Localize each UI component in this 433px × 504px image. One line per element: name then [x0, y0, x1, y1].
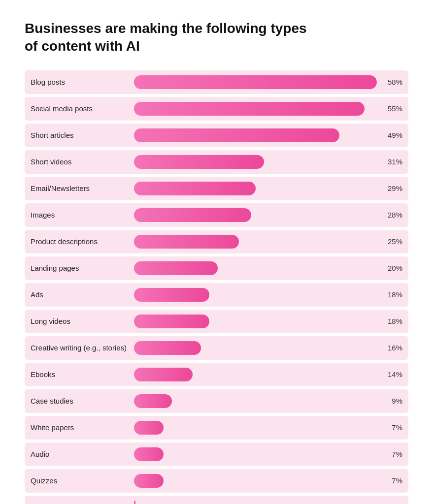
chart-row: Short articles49% — [25, 124, 408, 147]
bar-fill — [134, 368, 193, 381]
bar-label: Short videos — [31, 158, 134, 166]
chart-row: Long videos18% — [25, 310, 408, 333]
bar-label: Ads — [31, 290, 134, 299]
bar-value: 14% — [383, 370, 402, 378]
chart-row: Ebooks14% — [25, 363, 408, 386]
chart-row: Short videos31% — [25, 150, 408, 174]
bar-track — [134, 208, 377, 222]
bar-value: 31% — [383, 158, 402, 166]
bar-track — [134, 235, 377, 249]
bar-value: 7% — [383, 423, 402, 432]
bar-label: Email/Newsletters — [31, 184, 134, 192]
chart-row: Ads18% — [25, 283, 408, 307]
bar-label: Images — [31, 211, 134, 219]
bar-fill — [134, 155, 264, 169]
bar-value: 9% — [383, 397, 402, 405]
bar-track — [134, 182, 377, 195]
chart-title: Businesses are making the following type… — [25, 20, 320, 56]
bar-track — [134, 501, 377, 504]
bar-fill — [134, 128, 339, 142]
bar-fill — [134, 288, 209, 302]
bar-value: 25% — [383, 237, 402, 246]
chart-row: Social media posts55% — [25, 97, 408, 121]
bar-label: Case studies — [31, 397, 134, 405]
bar-value: 16% — [383, 344, 402, 352]
chart-row: Images28% — [25, 203, 408, 227]
bar-label: Short articles — [31, 131, 134, 139]
bar-track — [134, 474, 377, 488]
bar-label: Blog posts — [31, 78, 134, 86]
bar-value: 49% — [383, 131, 402, 139]
bar-track — [134, 315, 377, 328]
bar-label: Quizzes — [31, 476, 134, 485]
bar-track — [134, 394, 377, 408]
bar-track — [134, 341, 377, 355]
bar-label: Product descriptions — [31, 237, 134, 246]
bar-track — [134, 75, 377, 89]
bar-value: 29% — [383, 184, 402, 192]
bar-value: 28% — [383, 211, 402, 219]
bar-fill — [134, 182, 256, 195]
bar-track — [134, 421, 377, 435]
chart-row: Creative writing (e.g., stories)16% — [25, 336, 408, 360]
bar-fill — [134, 208, 251, 222]
bar-track — [134, 368, 377, 381]
bar-label: Audio — [31, 450, 134, 458]
bar-fill — [134, 75, 377, 89]
chart-row: Case studies9% — [25, 389, 408, 413]
bar-track — [134, 102, 377, 116]
bar-track — [134, 128, 377, 142]
bar-fill — [134, 102, 365, 116]
bar-value: 7% — [383, 476, 402, 485]
bar-value: 20% — [383, 264, 402, 272]
bar-fill — [134, 315, 209, 328]
chart-row: Product descriptions25% — [25, 230, 408, 253]
bar-fill — [134, 394, 172, 408]
bar-label: Ebooks — [31, 370, 134, 378]
chart-row: Other1% — [25, 496, 408, 504]
bar-chart: Blog posts58%Social media posts55%Short … — [25, 70, 408, 504]
bar-track — [134, 288, 377, 302]
bar-value: 18% — [383, 290, 402, 299]
bar-fill — [134, 235, 239, 249]
chart-row: Blog posts58% — [25, 70, 408, 94]
bar-fill — [134, 261, 218, 275]
chart-row: Landing pages20% — [25, 256, 408, 280]
bar-value: 7% — [383, 450, 402, 458]
bar-value: 55% — [383, 104, 402, 113]
bar-fill — [134, 474, 164, 488]
bar-label: Long videos — [31, 317, 134, 325]
chart-row: Email/Newsletters29% — [25, 177, 408, 200]
bar-fill — [134, 421, 164, 435]
bar-label: Social media posts — [31, 104, 134, 113]
bar-label: Creative writing (e.g., stories) — [31, 344, 134, 352]
bar-value: 58% — [383, 78, 402, 86]
chart-row: Audio7% — [25, 442, 408, 466]
chart-row: Quizzes7% — [25, 469, 408, 493]
bar-fill — [134, 341, 201, 355]
bar-value: 18% — [383, 317, 402, 325]
chart-row: White papers7% — [25, 416, 408, 440]
bar-label: Landing pages — [31, 264, 134, 272]
bar-track — [134, 261, 377, 275]
bar-fill — [134, 501, 135, 504]
bar-track — [134, 447, 377, 461]
bar-fill — [134, 447, 164, 461]
bar-track — [134, 155, 377, 169]
bar-label: White papers — [31, 423, 134, 432]
